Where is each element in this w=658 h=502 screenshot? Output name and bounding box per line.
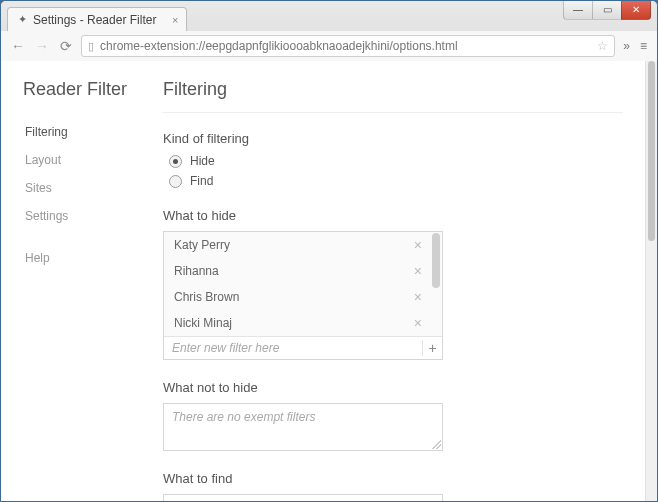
sidebar-item-settings[interactable]: Settings <box>23 202 163 230</box>
sidebar-item-help[interactable]: Help <box>23 244 163 272</box>
forward-icon[interactable]: → <box>33 38 51 54</box>
browser-chrome: — ▭ ✕ ✦ Settings - Reader Filter × ← → ⟳… <box>1 1 657 61</box>
radio-icon <box>169 155 182 168</box>
page-heading: Filtering <box>163 79 623 113</box>
minimize-button[interactable]: — <box>563 0 593 20</box>
menu-icon[interactable]: ≡ <box>638 39 649 53</box>
browser-tab[interactable]: ✦ Settings - Reader Filter × <box>7 7 187 31</box>
sidebar: Reader Filter FilteringLayoutSitesSettin… <box>23 79 163 501</box>
radio-label: Hide <box>190 154 215 168</box>
browser-window: — ▭ ✕ ✦ Settings - Reader Filter × ← → ⟳… <box>0 0 658 502</box>
section-not-hide: What not to hide There are no exempt fil… <box>163 380 623 451</box>
sidebar-item-sites[interactable]: Sites <box>23 174 163 202</box>
filter-item[interactable]: Rihanna× <box>164 258 442 284</box>
hide-new-row: + <box>164 336 442 359</box>
bookmark-star-icon[interactable]: ☆ <box>597 39 608 53</box>
filter-item[interactable]: Katy Perry× <box>164 232 442 258</box>
filter-item-label: Rihanna <box>174 264 219 278</box>
options-page: Reader Filter FilteringLayoutSitesSettin… <box>1 61 645 501</box>
kind-label: Kind of filtering <box>163 131 623 146</box>
tab-title: Settings - Reader Filter <box>33 13 156 27</box>
remove-filter-icon[interactable]: × <box>412 315 424 331</box>
main-panel: Filtering Kind of filtering HideFind Wha… <box>163 79 623 501</box>
remove-filter-icon[interactable]: × <box>412 263 424 279</box>
filter-item-label: Chris Brown <box>174 290 239 304</box>
toolbar: ← → ⟳ ▯ chrome-extension://eepgdapnfglik… <box>1 31 657 61</box>
address-bar[interactable]: ▯ chrome-extension://eepgdapnfglikioooab… <box>81 35 615 57</box>
window-controls: — ▭ ✕ <box>564 0 651 20</box>
section-kind: Kind of filtering HideFind <box>163 131 623 188</box>
add-filter-button[interactable]: + <box>422 340 442 356</box>
sidebar-item-filtering[interactable]: Filtering <box>23 118 163 146</box>
filter-item[interactable]: Nicki Minaj× <box>164 310 442 336</box>
filter-item[interactable]: Chris Brown× <box>164 284 442 310</box>
find-textarea[interactable]: There are no highlight filters <box>163 494 443 501</box>
app-title: Reader Filter <box>23 79 163 100</box>
tab-favicon-icon: ✦ <box>18 13 27 26</box>
sidebar-item-layout[interactable]: Layout <box>23 146 163 174</box>
filter-item-label: Nicki Minaj <box>174 316 232 330</box>
not-hide-textarea[interactable]: There are no exempt filters <box>163 403 443 451</box>
scroll-thumb[interactable] <box>648 61 655 241</box>
reload-icon[interactable]: ⟳ <box>57 38 75 54</box>
filter-item-label: Katy Perry <box>174 238 230 252</box>
close-button[interactable]: ✕ <box>621 0 651 20</box>
hide-list-scrollbar[interactable] <box>431 233 441 339</box>
find-label: What to find <box>163 471 623 486</box>
extensions-chevron-icon[interactable]: » <box>621 39 632 53</box>
page-icon: ▯ <box>88 40 94 53</box>
section-hide: What to hide Katy Perry×Rihanna×Chris Br… <box>163 208 623 360</box>
hide-new-input[interactable] <box>164 337 422 359</box>
back-icon[interactable]: ← <box>9 38 27 54</box>
radio-hide[interactable]: Hide <box>169 154 623 168</box>
remove-filter-icon[interactable]: × <box>412 289 424 305</box>
radio-label: Find <box>190 174 213 188</box>
hide-label: What to hide <box>163 208 623 223</box>
url-text: chrome-extension://eepgdapnfglikioooabkn… <box>100 39 458 53</box>
hide-list: Katy Perry×Rihanna×Chris Brown×Nicki Min… <box>163 231 443 360</box>
not-hide-label: What not to hide <box>163 380 623 395</box>
page-scrollbar[interactable] <box>645 61 657 501</box>
close-tab-icon[interactable]: × <box>172 14 178 26</box>
section-find: What to find There are no highlight filt… <box>163 471 623 501</box>
radio-find[interactable]: Find <box>169 174 623 188</box>
maximize-button[interactable]: ▭ <box>592 0 622 20</box>
remove-filter-icon[interactable]: × <box>412 237 424 253</box>
radio-icon <box>169 175 182 188</box>
viewport: Reader Filter FilteringLayoutSitesSettin… <box>1 61 657 501</box>
